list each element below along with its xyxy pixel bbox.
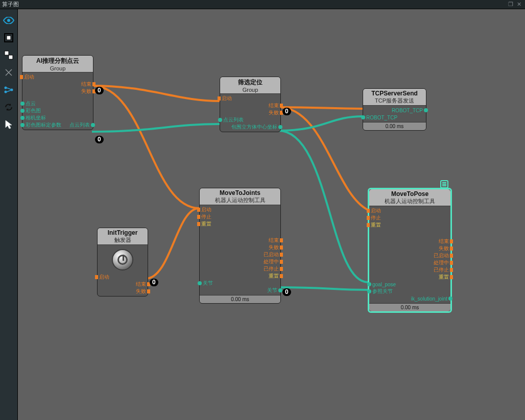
node-canvas[interactable]: AI推理分割点云 Group 启动 结束 失败 点云 彩色图 相机坐标 彩色图标…: [17, 9, 525, 420]
port-out-end[interactable]: 结束: [269, 237, 279, 244]
port-in-camcoord[interactable]: 相机坐标: [26, 114, 46, 121]
count-badge: 0: [282, 108, 291, 115]
expand-icon[interactable]: [440, 180, 448, 188]
port-in-start[interactable]: 启动: [24, 73, 34, 81]
node-move-to-pose[interactable]: MoveToPose 机器人运动控制工具 启动 停止 重置 结束 失败 已启动 …: [368, 188, 452, 313]
svg-rect-3: [5, 51, 9, 55]
port-out-end[interactable]: 结束: [136, 281, 146, 288]
port-in-start[interactable]: 启动: [222, 95, 232, 102]
port-in-goalpose[interactable]: goal_pose: [372, 282, 396, 287]
sidebar: [0, 9, 17, 420]
count-badge: 0: [95, 87, 104, 94]
port-in-start[interactable]: 启动: [201, 206, 211, 213]
node-header: MoveToJoints 机器人运动控制工具: [200, 188, 280, 205]
port-out-iksolution[interactable]: ik_solution_joint: [411, 296, 447, 302]
port-in-joints[interactable]: 关节: [203, 280, 213, 287]
port-out-bboxcenter[interactable]: 包围立方体中心坐标: [231, 123, 277, 131]
trigger-power-button[interactable]: [112, 249, 133, 270]
node-box-icon[interactable]: [3, 49, 15, 61]
node-footer-time: 0.00 ms: [200, 295, 280, 303]
port-out-processing[interactable]: 处理中: [264, 258, 279, 265]
port-out-processing[interactable]: 处理中: [434, 259, 449, 266]
port-in-calib[interactable]: 彩色图标定参数: [26, 121, 61, 129]
port-out-stopped[interactable]: 已停止: [434, 266, 449, 274]
port-in-reset[interactable]: 重置: [201, 220, 211, 228]
node-footer-time: 0.00 ms: [363, 122, 426, 130]
window-close-icon[interactable]: ✕: [515, 1, 523, 8]
count-badge: 0: [282, 288, 291, 296]
window-title: 算子图: [2, 1, 507, 8]
port-in-start[interactable]: 启动: [99, 274, 109, 281]
port-out-stopped[interactable]: 已停止: [264, 265, 279, 273]
port-out-fail[interactable]: 失败: [269, 244, 279, 251]
port-out-robottcp[interactable]: ROBOT_TCP: [392, 108, 423, 113]
node-header: MoveToPose 机器人运动控制工具: [369, 189, 450, 206]
node-move-to-joints[interactable]: MoveToJoints 机器人运动控制工具 启动 停止 重置 结束 失败 已启…: [199, 188, 281, 304]
port-in-stop[interactable]: 停止: [201, 213, 211, 220]
titlebar: 算子图 ❐ ✕: [0, 0, 525, 9]
node-header: TCPServerSend TCP服务器发送: [363, 89, 426, 106]
port-in-pointcloud[interactable]: 点云: [26, 100, 36, 107]
port-in-reset[interactable]: 重置: [371, 221, 381, 229]
node-filter-locate[interactable]: 筛选定位 Group 启动 结束 失败 点云列表 包围立方体中心坐标: [220, 77, 281, 132]
port-in-colorimg[interactable]: 彩色图: [26, 107, 41, 114]
port-out-fail[interactable]: 失败: [269, 109, 279, 116]
svg-point-5: [8, 72, 10, 73]
port-out-joints[interactable]: 关节: [267, 287, 277, 294]
port-out-fail[interactable]: 失败: [136, 288, 146, 295]
port-in-pclist[interactable]: 点云列表: [223, 116, 244, 123]
node-tcp-send[interactable]: TCPServerSend TCP服务器发送 ROBOT_TCP ROBOT_T…: [363, 88, 426, 131]
port-out-pclist[interactable]: 点云列表: [69, 121, 90, 129]
port-in-start[interactable]: 启动: [371, 207, 381, 214]
count-badge: 0: [150, 279, 158, 286]
count-badge: 0: [95, 136, 104, 143]
port-out-reset[interactable]: 重置: [439, 274, 449, 281]
svg-point-0: [7, 19, 10, 22]
node-ai-segment[interactable]: AI推理分割点云 Group 启动 结束 失败 点云 彩色图 相机坐标 彩色图标…: [22, 55, 93, 130]
refresh-icon[interactable]: [3, 101, 15, 113]
port-in-refjoints[interactable]: 参照关节: [372, 288, 393, 295]
port-out-fail[interactable]: 失败: [439, 245, 449, 252]
cursor-icon[interactable]: [3, 118, 15, 131]
port-out-started[interactable]: 已启动: [264, 251, 279, 258]
eye-icon[interactable]: [3, 14, 15, 27]
port-out-end[interactable]: 结束: [439, 238, 449, 245]
svg-point-7: [5, 91, 7, 93]
svg-rect-2: [7, 36, 11, 40]
port-out-end[interactable]: 结束: [269, 102, 279, 109]
graph-icon[interactable]: [3, 84, 15, 96]
node-footer-time: 0.00 ms: [369, 303, 450, 311]
svg-point-6: [5, 87, 7, 89]
svg-rect-4: [9, 55, 13, 59]
port-out-fail[interactable]: 失败: [81, 88, 91, 95]
port-out-started[interactable]: 已启动: [434, 252, 449, 259]
svg-point-8: [11, 89, 13, 91]
window-restore-icon[interactable]: ❐: [507, 1, 515, 8]
node-header: AI推理分割点云 Group: [22, 56, 93, 72]
port-in-robottcp[interactable]: ROBOT_TCP: [366, 115, 397, 120]
snap-icon[interactable]: [3, 66, 15, 79]
node-header: InitTrigger 触发器: [98, 228, 148, 245]
port-in-stop[interactable]: 停止: [371, 214, 381, 221]
port-out-reset[interactable]: 重置: [269, 273, 279, 280]
node-header: 筛选定位 Group: [220, 77, 280, 94]
group-box-icon[interactable]: [3, 32, 15, 44]
node-init-trigger[interactable]: InitTrigger 触发器 启动 结束 失败: [97, 228, 148, 297]
port-out-end[interactable]: 结束: [81, 81, 91, 88]
